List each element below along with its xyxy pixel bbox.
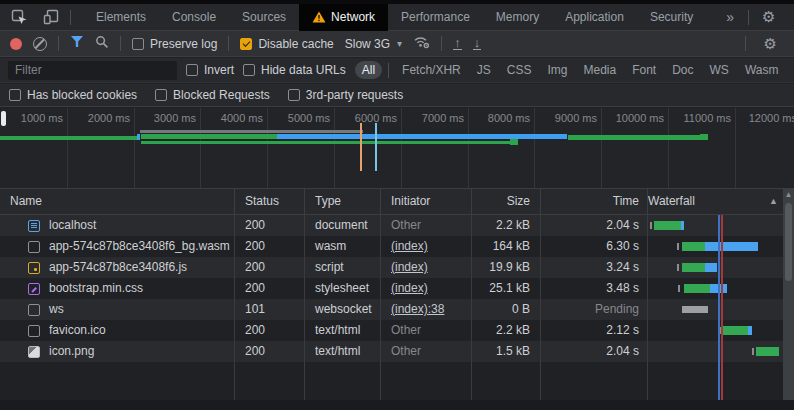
waterfall-green-segment <box>654 221 681 230</box>
blocked-requests-checkbox[interactable]: Blocked Requests <box>155 88 270 102</box>
filter-pill-manifest[interactable]: Manifest <box>787 61 794 79</box>
scrollbar-thumb[interactable] <box>785 203 792 281</box>
cell-size: 164 kB <box>472 236 541 257</box>
cell-name[interactable]: app-574c87b8ce3408f6.js <box>0 257 235 278</box>
export-har-icon[interactable]: ↓ <box>473 37 482 50</box>
more-tabs-icon[interactable]: » <box>718 9 742 25</box>
filter-pill-wasm[interactable]: Wasm <box>738 61 786 79</box>
filter-pill-doc[interactable]: Doc <box>665 61 700 79</box>
column-header-status[interactable]: Status <box>235 189 305 214</box>
initiator-link[interactable]: (index) <box>391 260 428 274</box>
timeline-tick-label: 12000 ms <box>727 112 794 124</box>
third-party-requests-checkbox[interactable]: 3rd-party requests <box>288 88 403 102</box>
table-row[interactable]: localhost200documentOther2.2 kB2.04 s <box>0 215 794 236</box>
tab-elements[interactable]: Elements <box>83 4 159 31</box>
column-header-name[interactable]: Name <box>0 189 235 214</box>
toolbar-divider <box>441 36 442 51</box>
sort-ascending-icon: ▲ <box>769 189 778 214</box>
preserve-log-checkbox[interactable]: Preserve log <box>132 37 217 51</box>
network-conditions-icon[interactable] <box>413 35 430 52</box>
waterfall-blue-segment <box>705 263 717 272</box>
pill-divider <box>388 63 389 78</box>
inspect-element-icon[interactable] <box>6 6 32 28</box>
column-header-waterfall[interactable]: Waterfall▲ <box>648 189 794 214</box>
tab-label: Memory <box>496 10 539 24</box>
search-icon[interactable] <box>95 35 109 52</box>
cell-name[interactable]: favicon.ico <box>0 320 235 341</box>
filter-pill-img[interactable]: Img <box>540 61 574 79</box>
filter-pill-all[interactable]: All <box>355 61 382 79</box>
vertical-scrollbar[interactable]: ▲ <box>783 189 794 400</box>
table-row[interactable]: bootstrap.min.css200stylesheet(index)25.… <box>0 278 794 299</box>
checkbox-box[interactable] <box>288 89 300 101</box>
table-row[interactable]: app-574c87b8ce3408f6_bg.wasm200wasm(inde… <box>0 236 794 257</box>
timeline-tick-label: 11000 ms <box>661 112 731 124</box>
tab-list: ElementsConsoleSourcesNetworkPerformance… <box>83 4 706 31</box>
tab-sources[interactable]: Sources <box>229 4 299 31</box>
table-row[interactable]: icon.png200text/htmlOther1.5 kB2.04 s <box>0 341 794 362</box>
column-header-label: Waterfall <box>648 194 695 208</box>
column-header-time[interactable]: Time <box>541 189 648 214</box>
cell-status: 101 <box>235 299 305 320</box>
timeline-tick-label: 7000 ms <box>394 112 464 124</box>
tab-performance[interactable]: Performance <box>388 4 483 31</box>
table-row[interactable]: app-574c87b8ce3408f6.js200script(index)1… <box>0 257 794 278</box>
request-name: icon.png <box>49 341 94 362</box>
cell-name[interactable]: icon.png <box>0 341 235 362</box>
request-name: app-574c87b8ce3408f6_bg.wasm <box>49 236 230 257</box>
tab-security[interactable]: Security <box>637 4 706 31</box>
checkbox-box[interactable] <box>155 89 167 101</box>
column-header-size[interactable]: Size <box>472 189 541 214</box>
throttling-select[interactable]: Slow 3G ▾ <box>345 37 402 51</box>
filter-pill-js[interactable]: JS <box>470 61 498 79</box>
cell-name[interactable]: bootstrap.min.css <box>0 278 235 299</box>
column-header-type[interactable]: Type <box>305 189 381 214</box>
clear-requests-icon[interactable] <box>33 37 47 51</box>
initiator-link[interactable]: (index) <box>391 239 428 253</box>
waterfall-green-segment <box>684 284 710 293</box>
checkbox-box[interactable] <box>9 89 21 101</box>
table-body: localhost200documentOther2.2 kB2.04 sapp… <box>0 215 794 400</box>
network-overview-timeline[interactable]: 1000 ms2000 ms3000 ms4000 ms5000 ms6000 … <box>0 108 794 189</box>
preserve-log-label: Preserve log <box>150 37 217 51</box>
request-name: favicon.ico <box>49 320 106 341</box>
has-blocked-cookies-checkbox[interactable]: Has blocked cookies <box>9 88 137 102</box>
request-filters-bar: Has blocked cookies Blocked Requests 3rd… <box>0 84 794 107</box>
filter-pill-ws[interactable]: WS <box>703 61 736 79</box>
import-har-icon[interactable]: ↑ <box>453 37 462 50</box>
filter-pill-font[interactable]: Font <box>625 61 663 79</box>
hide-data-urls-checkbox[interactable]: Hide data URLs <box>243 63 346 77</box>
scroll-up-icon[interactable]: ▲ <box>783 190 794 199</box>
initiator-link[interactable]: (index):38 <box>391 302 444 316</box>
settings-gear-icon[interactable]: ⚙ <box>755 8 782 26</box>
hide-data-urls-label: Hide data URLs <box>261 63 346 77</box>
cell-initiator: Other <box>381 320 472 341</box>
filter-pill-fetch-xhr[interactable]: Fetch/XHR <box>395 61 468 79</box>
table-row[interactable]: favicon.ico200text/htmlOther2.2 kB2.12 s <box>0 320 794 341</box>
cell-name[interactable]: app-574c87b8ce3408f6_bg.wasm <box>0 236 235 257</box>
filter-pill-css[interactable]: CSS <box>500 61 539 79</box>
kebab-menu-icon[interactable]: ⋮ <box>788 8 794 26</box>
tab-network[interactable]: Network <box>299 4 388 31</box>
checkbox-box[interactable] <box>243 64 255 76</box>
cell-time: 6.30 s <box>541 236 648 257</box>
column-header-initiator[interactable]: Initiator <box>381 189 472 214</box>
checkbox-box[interactable] <box>240 38 252 50</box>
record-button[interactable] <box>10 38 22 50</box>
network-settings-gear-icon[interactable]: ⚙ <box>757 35 784 53</box>
invert-checkbox[interactable]: Invert <box>186 63 234 77</box>
initiator-link[interactable]: (index) <box>391 281 428 295</box>
table-row[interactable]: ws101websocket(index):380 BPending <box>0 299 794 320</box>
tab-application[interactable]: Application <box>552 4 637 31</box>
tab-console[interactable]: Console <box>159 4 229 31</box>
cell-name[interactable]: ws <box>0 299 235 320</box>
device-toolbar-icon[interactable] <box>38 6 64 28</box>
filter-input[interactable] <box>8 61 177 80</box>
tab-memory[interactable]: Memory <box>483 4 552 31</box>
checkbox-box[interactable] <box>186 64 198 76</box>
disable-cache-checkbox[interactable]: Disable cache <box>240 37 333 51</box>
filter-pill-media[interactable]: Media <box>576 61 623 79</box>
checkbox-box[interactable] <box>132 38 144 50</box>
filter-funnel-icon[interactable] <box>70 36 84 51</box>
cell-name[interactable]: localhost <box>0 215 235 236</box>
